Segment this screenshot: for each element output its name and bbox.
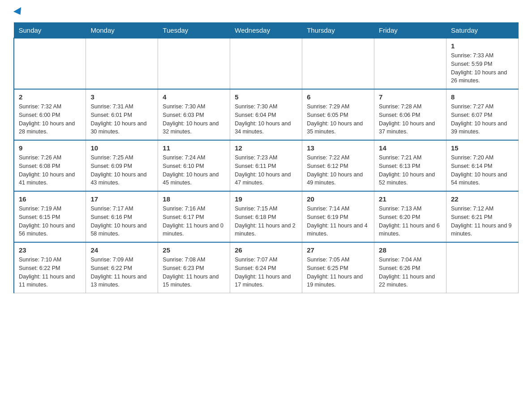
day-number: 16 bbox=[19, 195, 81, 203]
weekday-header-sunday: Sunday bbox=[14, 23, 86, 39]
day-number: 7 bbox=[379, 93, 442, 101]
calendar-day: 20Sunrise: 7:14 AM Sunset: 6:19 PM Dayli… bbox=[302, 191, 374, 242]
calendar-day: 18Sunrise: 7:16 AM Sunset: 6:17 PM Dayli… bbox=[158, 191, 230, 242]
calendar-day: 15Sunrise: 7:20 AM Sunset: 6:14 PM Dayli… bbox=[446, 140, 519, 191]
day-number: 3 bbox=[90, 93, 153, 101]
day-number: 9 bbox=[19, 144, 81, 152]
calendar-day bbox=[302, 38, 374, 89]
day-info: Sunrise: 7:27 AM Sunset: 6:07 PM Dayligh… bbox=[451, 103, 514, 136]
day-number: 22 bbox=[451, 195, 514, 203]
day-number: 5 bbox=[235, 93, 297, 101]
calendar-day: 10Sunrise: 7:25 AM Sunset: 6:09 PM Dayli… bbox=[86, 140, 158, 191]
calendar-day: 4Sunrise: 7:30 AM Sunset: 6:03 PM Daylig… bbox=[158, 89, 230, 140]
day-info: Sunrise: 7:33 AM Sunset: 5:59 PM Dayligh… bbox=[451, 51, 514, 85]
day-number: 18 bbox=[163, 195, 225, 203]
logo bbox=[13, 9, 24, 15]
day-number: 25 bbox=[163, 246, 225, 254]
calendar-week-row: 2Sunrise: 7:32 AM Sunset: 6:00 PM Daylig… bbox=[14, 89, 519, 140]
day-info: Sunrise: 7:04 AM Sunset: 6:26 PM Dayligh… bbox=[379, 256, 442, 289]
calendar-day: 5Sunrise: 7:30 AM Sunset: 6:04 PM Daylig… bbox=[230, 89, 302, 140]
day-number: 26 bbox=[235, 246, 297, 254]
day-number: 4 bbox=[163, 93, 225, 101]
day-info: Sunrise: 7:17 AM Sunset: 6:16 PM Dayligh… bbox=[90, 205, 153, 238]
calendar-week-row: 16Sunrise: 7:19 AM Sunset: 6:15 PM Dayli… bbox=[14, 191, 519, 242]
day-info: Sunrise: 7:25 AM Sunset: 6:09 PM Dayligh… bbox=[90, 154, 153, 187]
weekday-header-row: SundayMondayTuesdayWednesdayThursdayFrid… bbox=[14, 23, 519, 39]
day-info: Sunrise: 7:16 AM Sunset: 6:17 PM Dayligh… bbox=[163, 205, 225, 238]
page-header bbox=[13, 9, 519, 15]
day-number: 11 bbox=[163, 144, 225, 152]
calendar-table: SundayMondayTuesdayWednesdayThursdayFrid… bbox=[13, 22, 519, 293]
day-info: Sunrise: 7:09 AM Sunset: 6:22 PM Dayligh… bbox=[90, 256, 153, 289]
weekday-header-saturday: Saturday bbox=[446, 23, 519, 39]
calendar-day: 11Sunrise: 7:24 AM Sunset: 6:10 PM Dayli… bbox=[158, 140, 230, 191]
day-info: Sunrise: 7:30 AM Sunset: 6:03 PM Dayligh… bbox=[163, 103, 225, 136]
day-number: 6 bbox=[307, 93, 369, 101]
weekday-header-thursday: Thursday bbox=[302, 23, 374, 39]
day-info: Sunrise: 7:22 AM Sunset: 6:12 PM Dayligh… bbox=[307, 154, 369, 187]
day-info: Sunrise: 7:10 AM Sunset: 6:22 PM Dayligh… bbox=[19, 256, 81, 289]
calendar-day: 21Sunrise: 7:13 AM Sunset: 6:20 PM Dayli… bbox=[374, 191, 446, 242]
weekday-header-friday: Friday bbox=[374, 23, 446, 39]
day-number: 14 bbox=[379, 144, 442, 152]
day-number: 1 bbox=[451, 42, 514, 50]
calendar-day: 23Sunrise: 7:10 AM Sunset: 6:22 PM Dayli… bbox=[14, 242, 86, 293]
day-number: 12 bbox=[235, 144, 297, 152]
calendar-day: 19Sunrise: 7:15 AM Sunset: 6:18 PM Dayli… bbox=[230, 191, 302, 242]
day-info: Sunrise: 7:14 AM Sunset: 6:19 PM Dayligh… bbox=[307, 205, 369, 238]
weekday-header-wednesday: Wednesday bbox=[230, 23, 302, 39]
logo-arrow-icon bbox=[13, 7, 24, 17]
calendar-day: 8Sunrise: 7:27 AM Sunset: 6:07 PM Daylig… bbox=[446, 89, 519, 140]
calendar-day bbox=[230, 38, 302, 89]
calendar-day: 2Sunrise: 7:32 AM Sunset: 6:00 PM Daylig… bbox=[14, 89, 86, 140]
calendar-day: 27Sunrise: 7:05 AM Sunset: 6:25 PM Dayli… bbox=[302, 242, 374, 293]
day-info: Sunrise: 7:24 AM Sunset: 6:10 PM Dayligh… bbox=[163, 154, 225, 187]
calendar-day: 25Sunrise: 7:08 AM Sunset: 6:23 PM Dayli… bbox=[158, 242, 230, 293]
day-number: 19 bbox=[235, 195, 297, 203]
calendar-day: 17Sunrise: 7:17 AM Sunset: 6:16 PM Dayli… bbox=[86, 191, 158, 242]
calendar-day: 7Sunrise: 7:28 AM Sunset: 6:06 PM Daylig… bbox=[374, 89, 446, 140]
calendar-day: 14Sunrise: 7:21 AM Sunset: 6:13 PM Dayli… bbox=[374, 140, 446, 191]
day-number: 17 bbox=[90, 195, 153, 203]
weekday-header-monday: Monday bbox=[86, 23, 158, 39]
calendar-day: 16Sunrise: 7:19 AM Sunset: 6:15 PM Dayli… bbox=[14, 191, 86, 242]
calendar-day: 13Sunrise: 7:22 AM Sunset: 6:12 PM Dayli… bbox=[302, 140, 374, 191]
calendar-week-row: 23Sunrise: 7:10 AM Sunset: 6:22 PM Dayli… bbox=[14, 242, 519, 293]
calendar-day: 22Sunrise: 7:12 AM Sunset: 6:21 PM Dayli… bbox=[446, 191, 519, 242]
calendar-day: 9Sunrise: 7:26 AM Sunset: 6:08 PM Daylig… bbox=[14, 140, 86, 191]
weekday-header-tuesday: Tuesday bbox=[158, 23, 230, 39]
day-number: 8 bbox=[451, 93, 514, 101]
day-number: 27 bbox=[307, 246, 369, 254]
day-info: Sunrise: 7:28 AM Sunset: 6:06 PM Dayligh… bbox=[379, 103, 442, 136]
day-number: 24 bbox=[90, 246, 153, 254]
day-info: Sunrise: 7:05 AM Sunset: 6:25 PM Dayligh… bbox=[307, 256, 369, 289]
calendar-day bbox=[374, 38, 446, 89]
calendar-day: 26Sunrise: 7:07 AM Sunset: 6:24 PM Dayli… bbox=[230, 242, 302, 293]
day-info: Sunrise: 7:30 AM Sunset: 6:04 PM Dayligh… bbox=[235, 103, 297, 136]
day-info: Sunrise: 7:26 AM Sunset: 6:08 PM Dayligh… bbox=[19, 154, 81, 187]
calendar-day bbox=[446, 242, 519, 293]
calendar-day: 12Sunrise: 7:23 AM Sunset: 6:11 PM Dayli… bbox=[230, 140, 302, 191]
day-number: 13 bbox=[307, 144, 369, 152]
day-info: Sunrise: 7:20 AM Sunset: 6:14 PM Dayligh… bbox=[451, 154, 514, 187]
day-info: Sunrise: 7:23 AM Sunset: 6:11 PM Dayligh… bbox=[235, 154, 297, 187]
day-info: Sunrise: 7:13 AM Sunset: 6:20 PM Dayligh… bbox=[379, 205, 442, 238]
calendar-day: 3Sunrise: 7:31 AM Sunset: 6:01 PM Daylig… bbox=[86, 89, 158, 140]
day-info: Sunrise: 7:29 AM Sunset: 6:05 PM Dayligh… bbox=[307, 103, 369, 136]
day-info: Sunrise: 7:32 AM Sunset: 6:00 PM Dayligh… bbox=[19, 103, 81, 136]
day-info: Sunrise: 7:08 AM Sunset: 6:23 PM Dayligh… bbox=[163, 256, 225, 289]
calendar-day bbox=[14, 38, 86, 89]
day-info: Sunrise: 7:12 AM Sunset: 6:21 PM Dayligh… bbox=[451, 205, 514, 238]
calendar-day bbox=[86, 38, 158, 89]
calendar-day: 28Sunrise: 7:04 AM Sunset: 6:26 PM Dayli… bbox=[374, 242, 446, 293]
calendar-day: 1Sunrise: 7:33 AM Sunset: 5:59 PM Daylig… bbox=[446, 38, 519, 89]
calendar-week-row: 9Sunrise: 7:26 AM Sunset: 6:08 PM Daylig… bbox=[14, 140, 519, 191]
day-info: Sunrise: 7:19 AM Sunset: 6:15 PM Dayligh… bbox=[19, 205, 81, 238]
day-info: Sunrise: 7:21 AM Sunset: 6:13 PM Dayligh… bbox=[379, 154, 442, 187]
day-number: 23 bbox=[19, 246, 81, 254]
day-info: Sunrise: 7:07 AM Sunset: 6:24 PM Dayligh… bbox=[235, 256, 297, 289]
day-info: Sunrise: 7:31 AM Sunset: 6:01 PM Dayligh… bbox=[90, 103, 153, 136]
day-number: 28 bbox=[379, 246, 442, 254]
calendar-day: 24Sunrise: 7:09 AM Sunset: 6:22 PM Dayli… bbox=[86, 242, 158, 293]
day-number: 15 bbox=[451, 144, 514, 152]
